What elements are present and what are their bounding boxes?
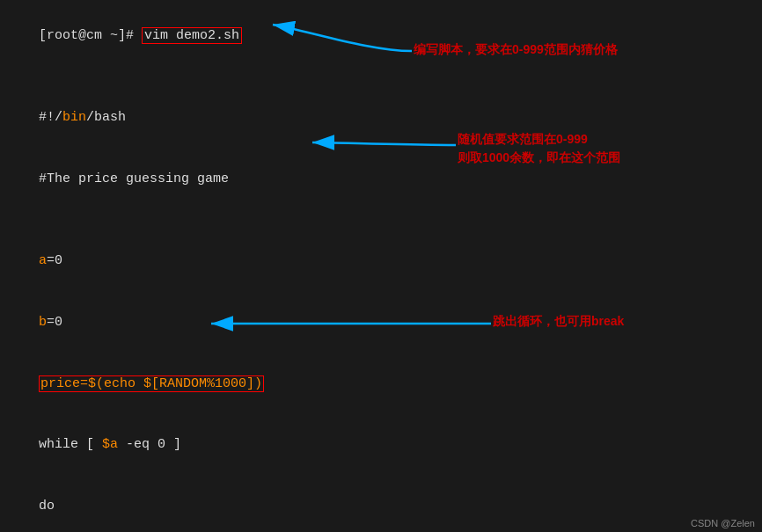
price-box: price=$(echo $[RANDOM%1000]) [39, 375, 264, 392]
do-line: do [7, 476, 755, 532]
command-box: vim demo2.sh [142, 27, 242, 44]
annotation-mid: 随机值要求范围在0-999 则取1000余数，即在这个范围 [458, 130, 748, 167]
blank-line-1 [7, 210, 755, 230]
blank-line-0 [7, 67, 755, 87]
terminal: [root@cm ~]# vim demo2.sh #!/bin/bash #T… [0, 0, 762, 532]
a-assign-line: a=0 [7, 230, 755, 292]
prompt-text: [root@cm ~]# [39, 28, 142, 43]
annotation-bottom: 跳出循环，也可用break [493, 312, 748, 331]
while-line: while [ $a -eq 0 ] [7, 414, 755, 476]
annotation-top: 编写脚本，要求在0-999范围内猜价格 [414, 40, 739, 59]
price-assign-line: price=$(echo $[RANDOM%1000]) [7, 353, 755, 414]
watermark: CSDN @Zelen [691, 518, 755, 528]
